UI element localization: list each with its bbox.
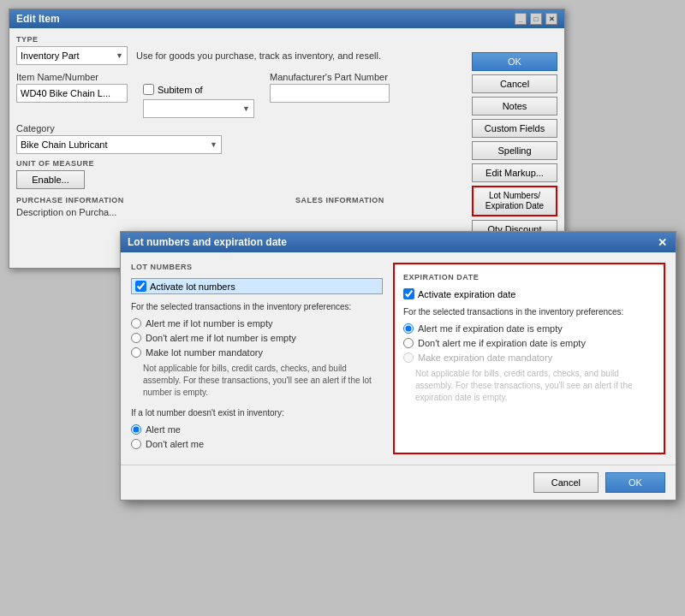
category-select[interactable]: Bike Chain Lubricant ▼: [16, 135, 222, 154]
lot-radio1[interactable]: [131, 318, 141, 329]
activate-lot-checkbox[interactable]: [135, 281, 146, 292]
lot-dialog-close[interactable]: ✕: [655, 235, 669, 249]
exp-radio1[interactable]: [403, 323, 414, 334]
activate-exp-checkbox[interactable]: [403, 288, 414, 299]
close-btn[interactable]: ✕: [545, 13, 557, 25]
ok-button[interactable]: OK: [472, 52, 557, 71]
exp-prefs-text: For the selected transactions in the inv…: [403, 306, 655, 318]
lot-radio5[interactable]: [131, 439, 141, 449]
lot-exists-label: If a lot number doesn't exist in invento…: [131, 407, 383, 419]
manufacturer-input[interactable]: [270, 84, 390, 103]
lot-dialog-footer: Cancel OK: [121, 465, 676, 500]
type-value: Inventory Part: [21, 50, 79, 61]
category-value: Bike Chain Lubricant: [21, 139, 108, 150]
custom-fields-button[interactable]: Custom Fields: [472, 119, 557, 138]
maximize-btn[interactable]: □: [530, 13, 542, 25]
subitem-checkbox[interactable]: [143, 84, 154, 95]
edit-item-window: Edit Item _ □ ✕ TYPE Inventory Part ▼ Us…: [9, 9, 565, 269]
lot-radio2-label[interactable]: Don't alert me if lot number is empty: [131, 333, 383, 343]
manufacturer-label: Manufacturer's Part Number: [270, 72, 390, 82]
exp-radio2[interactable]: [403, 338, 414, 348]
minimize-btn[interactable]: _: [515, 13, 527, 25]
manufacturer-group: Manufacturer's Part Number: [270, 72, 390, 103]
lot-dialog-title: Lot numbers and expiration date: [128, 236, 287, 248]
lot-radio2-text: Don't alert me if lot number is empty: [146, 333, 296, 343]
lot-section-title: LOT NUMBERS: [131, 263, 383, 271]
type-section-label: TYPE: [16, 35, 557, 44]
lot-dialog-body: LOT NUMBERS Activate lot numbers For the…: [121, 252, 676, 465]
exp-radio-group: Alert me if expiration date is empty Don…: [403, 323, 655, 363]
edit-item-title: Edit Item: [16, 13, 60, 25]
edit-item-titlebar: Edit Item _ □ ✕: [9, 9, 564, 28]
lot-radio1-text: Alert me if lot number is empty: [146, 318, 273, 329]
exp-note: Not applicable for bills, credit cards, …: [415, 368, 655, 404]
type-select[interactable]: Inventory Part ▼: [16, 46, 128, 65]
lot-radio4-text: Alert me: [146, 424, 181, 435]
item-name-group: Item Name/Number: [16, 72, 128, 103]
lot-prefs-text: For the selected transactions in the inv…: [131, 301, 383, 313]
lot-exists-radio-group: Alert me Don't alert me: [131, 424, 383, 449]
lot-numbers-section: LOT NUMBERS Activate lot numbers For the…: [131, 263, 383, 454]
lot-radio1-label[interactable]: Alert me if lot number is empty: [131, 318, 383, 329]
exp-radio1-text: Alert me if expiration date is empty: [418, 323, 563, 334]
subitem-group: Subitem of ▼: [143, 72, 254, 118]
item-name-input[interactable]: [16, 84, 128, 103]
lot-radio5-text: Don't alert me: [146, 439, 204, 449]
subitem-arrow: ▼: [242, 104, 250, 113]
lot-ok-button[interactable]: OK: [605, 472, 665, 493]
lot-radio-group: Alert me if lot number is empty Don't al…: [131, 318, 383, 358]
lot-radio3[interactable]: [131, 347, 141, 358]
exp-radio1-label[interactable]: Alert me if expiration date is empty: [403, 323, 655, 334]
purchase-label: PURCHASE INFORMATION: [16, 196, 278, 204]
category-label: Category: [16, 123, 55, 133]
type-arrow: ▼: [116, 51, 123, 60]
exp-radio3-label[interactable]: Make expiration date mandatory: [403, 352, 655, 363]
lot-radio2[interactable]: [131, 333, 141, 343]
lot-radio4[interactable]: [131, 424, 141, 435]
activate-exp-label: Activate expiration date: [418, 289, 515, 299]
subitem-select[interactable]: ▼: [143, 99, 254, 118]
subitem-label: Subitem of: [158, 85, 203, 95]
purchase-col: PURCHASE INFORMATION Description on Purc…: [16, 196, 278, 217]
lot-radio3-text: Make lot number mandatory: [146, 347, 263, 358]
titlebar-controls: _ □ ✕: [515, 13, 557, 25]
lot-radio3-label[interactable]: Make lot number mandatory: [131, 347, 383, 358]
exp-radio3-text: Make expiration date mandatory: [418, 352, 552, 363]
item-name-label: Item Name/Number: [16, 72, 128, 82]
activate-lot-checkbox-label[interactable]: Activate lot numbers: [131, 278, 383, 294]
category-arrow: ▼: [210, 140, 217, 149]
lot-radio4-label[interactable]: Alert me: [131, 424, 383, 435]
edit-markup-button[interactable]: Edit Markup...: [472, 163, 557, 182]
lot-numbers-button[interactable]: Lot Numbers/ Expiration Date: [472, 186, 557, 216]
exp-radio2-label[interactable]: Don't alert me if expiration date is emp…: [403, 338, 655, 348]
right-buttons: OK Cancel Notes Custom Fields Spelling E…: [472, 52, 557, 239]
enable-button[interactable]: Enable...: [16, 170, 85, 189]
expiration-section: EXPIRATION DATE Activate expiration date…: [393, 263, 665, 454]
exp-radio3[interactable]: [403, 352, 414, 363]
expiration-section-title: EXPIRATION DATE: [403, 273, 655, 281]
notes-button[interactable]: Notes: [472, 97, 557, 116]
spelling-button[interactable]: Spelling: [472, 141, 557, 160]
lot-radio5-label[interactable]: Don't alert me: [131, 439, 383, 449]
subitem-checkbox-label[interactable]: Subitem of: [143, 84, 254, 95]
activate-exp-checkbox-label[interactable]: Activate expiration date: [403, 288, 655, 299]
lot-dialog: Lot numbers and expiration date ✕ LOT NU…: [120, 231, 676, 500]
lot-dialog-titlebar: Lot numbers and expiration date ✕: [121, 232, 676, 252]
cancel-button[interactable]: Cancel: [472, 74, 557, 93]
lot-cancel-button[interactable]: Cancel: [533, 472, 599, 493]
exp-radio2-text: Don't alert me if expiration date is emp…: [418, 338, 586, 348]
activate-lot-label: Activate lot numbers: [150, 281, 235, 292]
lot-note: Not applicable for bills, credit cards, …: [143, 363, 383, 399]
purchase-desc-label: Description on Purcha...: [16, 207, 116, 217]
